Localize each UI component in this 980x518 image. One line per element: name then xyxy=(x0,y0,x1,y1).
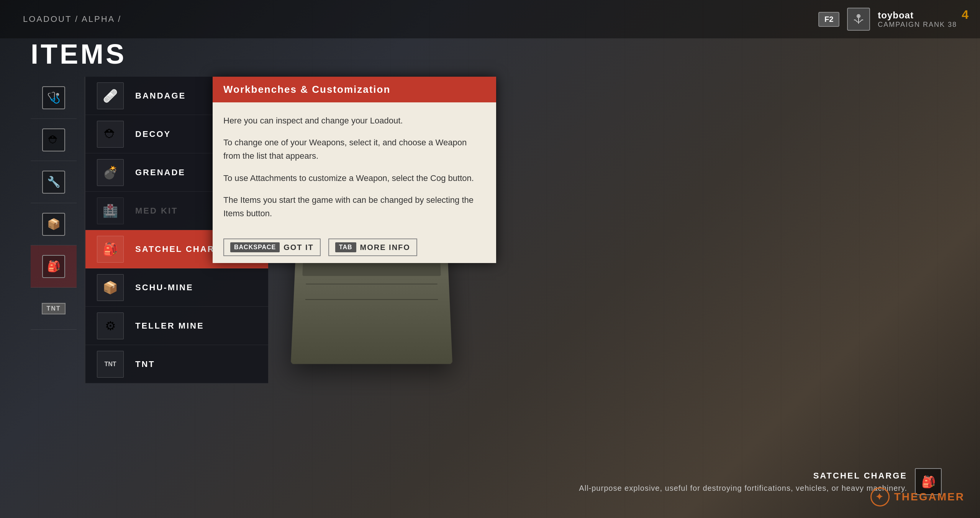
decoy-label: DECOY xyxy=(135,129,171,139)
f2-key-badge[interactable]: F2 xyxy=(818,12,839,27)
tab-key: TAB xyxy=(335,242,356,252)
schumine-icon: 📦 xyxy=(97,274,124,301)
tellermine-label: TELLER MINE xyxy=(135,321,204,331)
box-icon: 📦 xyxy=(42,213,65,236)
logo-text: THEGAMER xyxy=(894,491,965,503)
tooltip-footer: BACKSPACE GOT IT TAB MORE INFO xyxy=(213,232,496,263)
bandage-icon: 🩹 xyxy=(97,82,124,109)
logo-icon: ✦ xyxy=(870,487,890,506)
grenade-label: GRENADE xyxy=(135,168,185,178)
sidebar-item-tnt[interactable]: TNT xyxy=(31,288,77,330)
tnt-item-icon: TNT xyxy=(97,351,124,378)
medkit-label: MED KIT xyxy=(135,206,178,216)
svg-point-4 xyxy=(858,15,860,17)
tooltip-paragraph-3: To use Attachments to customize a Weapon… xyxy=(223,171,485,185)
tooltip-paragraph-1: Here you can inspect and change your Loa… xyxy=(223,114,485,127)
bandage-label: BANDAGE xyxy=(135,91,186,101)
sidebar-item-bag[interactable]: 🎒 xyxy=(31,245,77,288)
tnt-label: TNT xyxy=(135,359,155,369)
sidebar-item-box[interactable]: 📦 xyxy=(31,203,77,245)
item-desc-detail: All-purpose explosive, useful for destro… xyxy=(579,484,907,493)
tool-icon: 🔧 xyxy=(42,171,65,194)
breadcrumb: LOADOUT / ALPHA / xyxy=(23,14,121,24)
tooltip-paragraph-2: To change one of your Weapons, select it… xyxy=(223,136,485,163)
decoy-icon: ⛑ xyxy=(97,121,124,148)
item-desc-name: SATCHEL CHARGE xyxy=(813,471,907,481)
tooltip-header: Workbenches & Customization xyxy=(213,77,496,102)
grenade-icon: 💣 xyxy=(97,159,124,186)
sidebar: 🩺 ⛑ 🔧 📦 🎒 TNT xyxy=(31,77,77,330)
thegamer-logo: ✦ THEGAMER xyxy=(870,487,965,506)
page-title: ITEMS xyxy=(31,38,126,70)
top-right-area: F2 toyboat CAMPAIGN RANK 38 xyxy=(818,8,957,31)
item-row-tnt[interactable]: TNT TNT xyxy=(85,345,268,383)
top-bar: LOADOUT / ALPHA / F2 toyboat CAMPAIGN RA… xyxy=(0,0,980,38)
satchel-icon: 🎒 xyxy=(97,236,124,263)
sidebar-item-tool[interactable]: 🔧 xyxy=(31,161,77,203)
tooltip-panel: Workbenches & Customization Here you can… xyxy=(213,77,496,263)
anchor-icon xyxy=(852,12,865,26)
sidebar-item-helmet[interactable]: ⛑ xyxy=(31,119,77,161)
medkit-item-icon: 🏥 xyxy=(97,197,124,224)
tooltip-body: Here you can inspect and change your Loa… xyxy=(213,102,496,232)
sidebar-item-medkit[interactable]: 🩺 xyxy=(31,77,77,119)
rank-number: 4 xyxy=(962,8,969,22)
more-info-button[interactable]: TAB MORE INFO xyxy=(328,238,417,256)
item-desc-text: SATCHEL CHARGE All-purpose explosive, us… xyxy=(579,471,907,493)
helmet-icon: ⛑ xyxy=(42,128,65,151)
medkit-icon: 🩺 xyxy=(42,86,65,109)
more-info-label: MORE INFO xyxy=(360,243,410,252)
campaign-rank: CAMPAIGN RANK 38 xyxy=(878,21,957,29)
tooltip-paragraph-4: The Items you start the game with can be… xyxy=(223,193,485,220)
got-it-label: GOT IT xyxy=(284,243,314,252)
username: toyboat xyxy=(878,10,957,21)
tellermine-icon: ⚙ xyxy=(97,312,124,339)
user-emblem xyxy=(847,8,870,31)
got-it-button[interactable]: BACKSPACE GOT IT xyxy=(223,238,321,256)
user-details: toyboat CAMPAIGN RANK 38 xyxy=(878,10,957,29)
bag-icon: 🎒 xyxy=(42,255,65,278)
schumine-label: SCHU-MINE xyxy=(135,283,193,293)
tnt-icon: TNT xyxy=(42,303,65,314)
tooltip-title: Workbenches & Customization xyxy=(223,84,390,95)
backspace-key: BACKSPACE xyxy=(230,242,280,252)
